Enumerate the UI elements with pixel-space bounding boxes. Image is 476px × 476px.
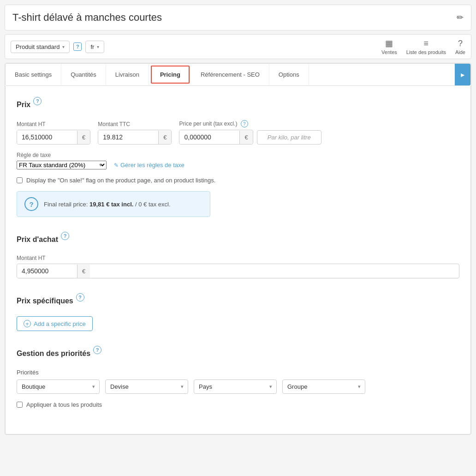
price-per-unit-field: Price per unit (tax excl.) ? € Par kilo,… xyxy=(179,120,321,145)
montant-ttc-field: Montant TTC € xyxy=(98,121,172,145)
price-per-unit-help-icon[interactable]: ? xyxy=(241,120,248,127)
euro-addon-achat: € xyxy=(77,265,90,278)
tax-rule-select[interactable]: FR Taux standard (20%) xyxy=(17,161,107,169)
prix-section: Prix ? Montant HT € Montant TTC xyxy=(17,97,459,217)
toolbar-right: ▦ Ventes ≡ Liste des produits ? Aide xyxy=(381,38,465,55)
prix-specifiques-help-icon[interactable]: ? xyxy=(76,293,84,301)
montant-ht-input-wrapper: € xyxy=(17,130,90,145)
apply-all-checkbox-row: Appliquer à tous les produits xyxy=(17,401,459,408)
question-icon: ? xyxy=(458,39,463,48)
pays-select[interactable]: Pays xyxy=(194,380,277,394)
product-card: Basic settings Quantités Livraison Prici… xyxy=(5,63,471,435)
pays-select-wrapper: Pays xyxy=(194,380,277,394)
on-sale-checkbox[interactable] xyxy=(17,177,23,183)
product-title: T-shirt délavé à manches courtes xyxy=(12,12,457,24)
tabs-bar: Basic settings Quantités Livraison Prici… xyxy=(5,63,471,86)
achat-montant-ht-input-wrapper: € xyxy=(17,264,459,278)
edit-link-icon: ✎ xyxy=(114,162,119,169)
achat-montant-ht-field: Montant HT € xyxy=(17,255,459,278)
euro-addon-ttc: € xyxy=(158,131,171,144)
euro-addon-ht: € xyxy=(77,131,90,144)
manage-tax-link[interactable]: ✎ Gérer les règles de taxe xyxy=(114,162,184,169)
euro-addon-unit: € xyxy=(239,131,252,144)
prix-achat-help-icon[interactable]: ? xyxy=(61,232,69,240)
price-per-unit-input-wrapper: € xyxy=(179,130,253,145)
gestion-priorites-section: Gestion des priorités ? Priorités Boutiq… xyxy=(17,346,459,408)
chevron-down-icon: ▾ xyxy=(97,44,99,49)
gestion-priorites-title: Gestion des priorités ? xyxy=(17,346,459,362)
bar-chart-icon: ▦ xyxy=(385,38,393,48)
devise-select-wrapper: Devise xyxy=(105,380,188,394)
plus-circle-icon: + xyxy=(24,320,31,327)
tab-options[interactable]: Options xyxy=(269,64,309,85)
boutique-select-wrapper: Boutique xyxy=(17,380,100,394)
toolbar-left: Produit standard ▾ ? fr ▾ xyxy=(11,41,381,53)
prix-title: Prix ? xyxy=(17,97,459,113)
list-icon: ≡ xyxy=(424,39,429,48)
price-unit-placeholder: Par kilo, par litre xyxy=(257,130,321,145)
tab-quantites[interactable]: Quantités xyxy=(61,64,106,85)
boutique-select[interactable]: Boutique xyxy=(17,380,100,394)
final-price-text: Final retail price: 19,81 € tax incl. / … xyxy=(44,201,171,208)
montant-ttc-input[interactable] xyxy=(98,130,158,144)
achat-montant-ht-input[interactable] xyxy=(17,264,77,278)
price-fields-group: Montant HT € Montant TTC € xyxy=(17,120,459,145)
prix-achat-section: Prix d'achat ? Montant HT € xyxy=(17,232,459,278)
tax-rule-select-wrapper: FR Taux standard (20%) xyxy=(17,161,107,169)
liste-produits-button[interactable]: ≡ Liste des produits xyxy=(406,39,446,55)
final-price-info-box: ? Final retail price: 19,81 € tax incl. … xyxy=(17,191,210,217)
prix-help-icon[interactable]: ? xyxy=(33,97,42,105)
toolbar: Produit standard ▾ ? fr ▾ ▦ Ventes ≡ Lis… xyxy=(5,34,471,59)
on-sale-checkbox-row: Display the "On sale!" flag on the produ… xyxy=(17,177,459,184)
groupe-select[interactable]: Groupe xyxy=(282,380,365,394)
prix-achat-title: Prix d'achat ? xyxy=(17,232,459,247)
product-header: T-shirt délavé à manches courtes ✏ xyxy=(5,5,471,30)
pricing-content: Prix ? Montant HT € Montant TTC xyxy=(5,86,471,434)
montant-ht-input[interactable] xyxy=(17,130,77,144)
product-type-help-icon[interactable]: ? xyxy=(73,42,82,51)
montant-ht-field: Montant HT € xyxy=(17,121,90,145)
info-box-question-icon: ? xyxy=(24,197,38,211)
tab-livraison[interactable]: Livraison xyxy=(106,64,149,85)
devise-select[interactable]: Devise xyxy=(105,380,188,394)
add-specific-price-button[interactable]: + Add a specific price xyxy=(17,316,93,331)
ventes-button[interactable]: ▦ Ventes xyxy=(381,38,397,55)
tab-basic-settings[interactable]: Basic settings xyxy=(6,64,61,85)
montant-ttc-input-wrapper: € xyxy=(98,130,172,145)
chevron-down-icon: ▾ xyxy=(62,44,65,49)
tab-pricing[interactable]: Pricing xyxy=(151,66,190,84)
priorities-dropdowns-row: Boutique Devise Pays xyxy=(17,380,459,394)
aide-button[interactable]: ? Aide xyxy=(455,39,465,55)
tab-seo[interactable]: Référencement - SEO xyxy=(191,64,269,85)
apply-all-checkbox[interactable] xyxy=(17,402,23,408)
product-type-select[interactable]: Produit standard ▾ xyxy=(11,41,70,53)
price-per-unit-input[interactable] xyxy=(179,130,239,144)
edit-icon[interactable]: ✏ xyxy=(457,12,464,23)
prix-specifiques-title: Prix spécifiques ? xyxy=(17,293,459,309)
tabs-more-button[interactable]: ► xyxy=(455,64,470,85)
gestion-priorites-help-icon[interactable]: ? xyxy=(93,346,101,354)
price-per-unit-row: € Par kilo, par litre xyxy=(179,130,321,145)
prix-specifiques-section: Prix spécifiques ? + Add a specific pric… xyxy=(17,293,459,331)
groupe-select-wrapper: Groupe xyxy=(282,380,365,394)
tax-row: FR Taux standard (20%) ✎ Gérer les règle… xyxy=(17,161,459,169)
lang-select[interactable]: fr ▾ xyxy=(85,41,104,53)
price-per-unit-label-row: Price per unit (tax excl.) ? xyxy=(179,120,321,127)
